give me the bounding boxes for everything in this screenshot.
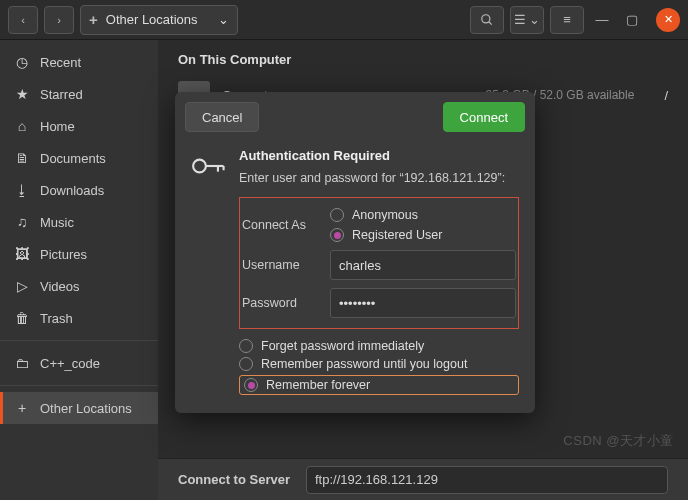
sidebar-item-label: Downloads (40, 183, 104, 198)
sidebar-item-downloads[interactable]: ⭳Downloads (0, 174, 158, 206)
sidebar-item-cpp-code[interactable]: 🗀C++_code (0, 347, 158, 379)
search-button[interactable] (470, 6, 504, 34)
sidebar-item-label: Music (40, 215, 74, 230)
sidebar-item-label: Documents (40, 151, 106, 166)
username-input[interactable] (330, 250, 516, 280)
anonymous-radio[interactable]: Anonymous (330, 208, 516, 222)
sidebar: ◷Recent ★Starred ⌂Home 🗎Documents ⭳Downl… (0, 40, 158, 500)
hamburger-menu-button[interactable]: ≡ (550, 6, 584, 34)
sidebar-item-label: Other Locations (40, 401, 132, 416)
star-icon: ★ (14, 86, 30, 102)
clock-icon: ◷ (14, 54, 30, 70)
watermark: CSDN @天才小童 (563, 432, 674, 450)
chevron-down-icon: ⌄ (218, 12, 229, 27)
sidebar-item-starred[interactable]: ★Starred (0, 78, 158, 110)
plus-icon: + (89, 11, 98, 28)
sidebar-item-label: Recent (40, 55, 81, 70)
sidebar-item-label: Pictures (40, 247, 87, 262)
connect-label: Connect to Server (178, 472, 290, 487)
search-icon (480, 13, 494, 27)
sidebar-item-videos[interactable]: ▷Videos (0, 270, 158, 302)
connect-button[interactable]: Connect (443, 102, 525, 132)
window-close-button[interactable]: ✕ (656, 8, 680, 32)
plus-icon: + (14, 400, 30, 416)
registered-user-radio[interactable]: Registered User (330, 228, 516, 242)
forget-label: Forget password immediately (261, 339, 424, 353)
sidebar-item-music[interactable]: ♫Music (0, 206, 158, 238)
connect-as-label: Connect As (242, 218, 320, 232)
section-heading: On This Computer (178, 52, 668, 67)
connect-footer: Connect to Server (158, 458, 688, 500)
forget-immediately-radio[interactable]: Forget password immediately (239, 339, 519, 353)
path-label: Other Locations (106, 12, 198, 27)
svg-point-2 (193, 160, 206, 173)
nav-back-button[interactable]: ‹ (8, 6, 38, 34)
sidebar-item-recent[interactable]: ◷Recent (0, 46, 158, 78)
password-input[interactable] (330, 288, 516, 318)
sidebar-item-label: C++_code (40, 356, 100, 371)
remember-forever-radio[interactable]: Remember forever (239, 375, 519, 395)
computer-mount: / (664, 88, 668, 103)
forever-label: Remember forever (266, 378, 370, 392)
trash-icon: 🗑 (14, 310, 30, 326)
nav-forward-button[interactable]: › (44, 6, 74, 34)
folder-icon: 🗀 (14, 355, 30, 371)
sidebar-item-home[interactable]: ⌂Home (0, 110, 158, 142)
registered-label: Registered User (352, 228, 442, 242)
sidebar-item-label: Home (40, 119, 75, 134)
username-label: Username (242, 258, 320, 272)
auth-dialog: Cancel Connect Authentication Required E… (175, 92, 535, 413)
path-bar[interactable]: + Other Locations ⌄ (80, 5, 238, 35)
sidebar-item-other-locations[interactable]: +Other Locations (0, 392, 158, 424)
dialog-title: Authentication Required (239, 148, 519, 163)
home-icon: ⌂ (14, 118, 30, 134)
svg-point-0 (482, 14, 490, 22)
dialog-message: Enter user and password for “192.168.121… (239, 171, 519, 185)
cancel-button[interactable]: Cancel (185, 102, 259, 132)
anonymous-label: Anonymous (352, 208, 418, 222)
credentials-highlight: Connect As Anonymous Registered User Use… (239, 197, 519, 329)
document-icon: 🗎 (14, 150, 30, 166)
sidebar-item-label: Trash (40, 311, 73, 326)
window-minimize-button[interactable]: — (590, 8, 614, 32)
password-label: Password (242, 296, 320, 310)
window-maximize-button[interactable]: ▢ (620, 8, 644, 32)
sidebar-item-label: Starred (40, 87, 83, 102)
music-icon: ♫ (14, 214, 30, 230)
sidebar-item-trash[interactable]: 🗑Trash (0, 302, 158, 334)
remember-until-logout-radio[interactable]: Remember password until you logout (239, 357, 519, 371)
svg-line-1 (489, 21, 492, 24)
sidebar-item-documents[interactable]: 🗎Documents (0, 142, 158, 174)
sidebar-item-label: Videos (40, 279, 80, 294)
until-logout-label: Remember password until you logout (261, 357, 467, 371)
image-icon: 🖼 (14, 246, 30, 262)
key-icon (191, 148, 225, 184)
view-list-button[interactable]: ☰ ⌄ (510, 6, 544, 34)
server-address-input[interactable] (306, 466, 668, 494)
video-icon: ▷ (14, 278, 30, 294)
download-icon: ⭳ (14, 182, 30, 198)
titlebar: ‹ › + Other Locations ⌄ ☰ ⌄ ≡ — ▢ ✕ (0, 0, 688, 40)
sidebar-item-pictures[interactable]: 🖼Pictures (0, 238, 158, 270)
